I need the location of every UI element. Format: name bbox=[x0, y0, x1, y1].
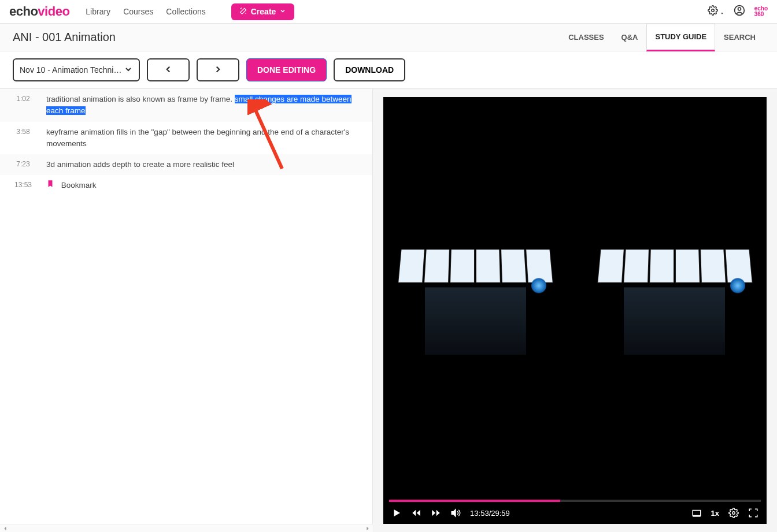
svg-marker-9 bbox=[432, 510, 435, 516]
volume-icon[interactable] bbox=[450, 508, 461, 518]
video-canvas[interactable] bbox=[383, 97, 767, 500]
create-button[interactable]: Create bbox=[231, 3, 295, 20]
scroll-right-icon[interactable] bbox=[365, 523, 371, 533]
course-tabs: CLASSES Q&A STUDY GUIDE SEARCH bbox=[560, 24, 764, 51]
svg-marker-15 bbox=[4, 526, 6, 530]
svg-marker-1 bbox=[721, 13, 723, 14]
time-display: 13:53/29:59 bbox=[470, 509, 510, 518]
notes-pane[interactable]: 1:02 traditional animation is also known… bbox=[0, 89, 373, 532]
corner-brand-l2: 360 bbox=[754, 12, 768, 17]
layout-icon[interactable] bbox=[691, 508, 702, 518]
settings-gear-icon[interactable] bbox=[708, 5, 724, 18]
bookmark-icon bbox=[46, 181, 57, 189]
progress-fill bbox=[389, 500, 560, 502]
svg-marker-16 bbox=[367, 526, 368, 530]
player-settings-icon[interactable] bbox=[728, 508, 739, 518]
video-frame-left bbox=[391, 242, 560, 355]
progress-bar[interactable] bbox=[389, 500, 761, 502]
nav-collections[interactable]: Collections bbox=[166, 7, 205, 16]
chevron-left-icon bbox=[163, 64, 173, 76]
prev-session-button[interactable] bbox=[147, 58, 190, 81]
svg-rect-12 bbox=[693, 511, 701, 516]
corner-brand[interactable]: echo 360 bbox=[754, 6, 768, 17]
course-header: ANI - 001 Animation CLASSES Q&A STUDY GU… bbox=[0, 24, 777, 51]
nav-links: Library Courses Collections Create bbox=[86, 3, 294, 20]
create-label: Create bbox=[251, 7, 276, 16]
note-text[interactable]: keyframe animation fills in the "gap" be… bbox=[46, 127, 367, 150]
playback-speed[interactable]: 1x bbox=[711, 509, 719, 518]
chevron-down-icon bbox=[124, 65, 133, 76]
note-row[interactable]: 7:23 3d animation adds depth to create a… bbox=[0, 154, 372, 175]
svg-point-0 bbox=[712, 9, 715, 12]
note-time: 3:58 bbox=[6, 127, 40, 150]
video-player[interactable]: 13:53/29:59 1x bbox=[383, 97, 767, 524]
bookmark-entry[interactable]: Bookmark bbox=[46, 180, 367, 191]
horizontal-scrollbar[interactable] bbox=[0, 524, 373, 532]
download-button[interactable]: DOWNLOAD bbox=[334, 58, 405, 81]
tab-search[interactable]: SEARCH bbox=[715, 24, 764, 51]
scroll-left-icon[interactable] bbox=[2, 523, 8, 533]
note-text-pre: traditional animation is also known as f… bbox=[46, 95, 235, 103]
tab-study-guide[interactable]: STUDY GUIDE bbox=[646, 24, 715, 51]
wand-icon bbox=[239, 7, 247, 17]
note-time: 7:23 bbox=[6, 159, 40, 170]
bookmark-label: Bookmark bbox=[61, 181, 97, 189]
chevron-down-icon bbox=[279, 7, 286, 16]
note-text[interactable]: traditional animation is also known as f… bbox=[46, 94, 367, 117]
note-row[interactable]: 3:58 keyframe animation fills in the "ga… bbox=[0, 122, 372, 155]
session-dropdown[interactable]: Nov 10 - Animation Techniqu... bbox=[13, 58, 140, 81]
video-pane: 13:53/29:59 1x bbox=[373, 89, 777, 532]
session-dropdown-label: Nov 10 - Animation Techniqu... bbox=[20, 65, 124, 75]
note-time: 1:02 bbox=[6, 94, 40, 117]
player-controls: 13:53/29:59 1x bbox=[383, 502, 767, 524]
note-time: 13:53 bbox=[6, 180, 40, 191]
session-toolbar: Nov 10 - Animation Techniqu... DONE EDIT… bbox=[0, 51, 777, 89]
svg-point-14 bbox=[732, 512, 735, 515]
video-frame-right bbox=[590, 242, 759, 355]
svg-marker-6 bbox=[394, 509, 401, 516]
fast-forward-icon[interactable] bbox=[431, 508, 441, 518]
content-area: 1:02 traditional animation is also known… bbox=[0, 89, 777, 532]
next-session-button[interactable] bbox=[197, 58, 239, 81]
nav-courses[interactable]: Courses bbox=[123, 7, 153, 16]
brand-part1: echo bbox=[9, 4, 38, 18]
brand-logo[interactable]: echovideo bbox=[9, 4, 69, 19]
nav-library[interactable]: Library bbox=[86, 7, 110, 16]
tab-qa[interactable]: Q&A bbox=[613, 24, 647, 51]
rewind-icon[interactable] bbox=[411, 508, 421, 518]
note-text[interactable]: 3d animation adds depth to create a more… bbox=[46, 159, 367, 170]
chevron-right-icon bbox=[213, 64, 223, 76]
svg-marker-7 bbox=[412, 510, 416, 516]
svg-point-3 bbox=[738, 8, 741, 10]
done-editing-button[interactable]: DONE EDITING bbox=[246, 58, 327, 81]
note-row[interactable]: 13:53 Bookmark bbox=[0, 175, 372, 196]
nav-icons: echo 360 bbox=[708, 5, 768, 18]
note-row[interactable]: 1:02 traditional animation is also known… bbox=[0, 89, 372, 122]
course-title: ANI - 001 Animation bbox=[13, 31, 116, 44]
brand-part2: video bbox=[38, 4, 69, 18]
svg-marker-10 bbox=[436, 510, 440, 516]
top-nav: echovideo Library Courses Collections Cr… bbox=[0, 0, 777, 24]
fullscreen-icon[interactable] bbox=[748, 508, 758, 518]
svg-marker-8 bbox=[417, 510, 420, 516]
account-icon[interactable] bbox=[734, 5, 745, 18]
play-icon[interactable] bbox=[391, 508, 402, 518]
svg-marker-11 bbox=[452, 509, 456, 516]
tab-classes[interactable]: CLASSES bbox=[560, 24, 612, 51]
